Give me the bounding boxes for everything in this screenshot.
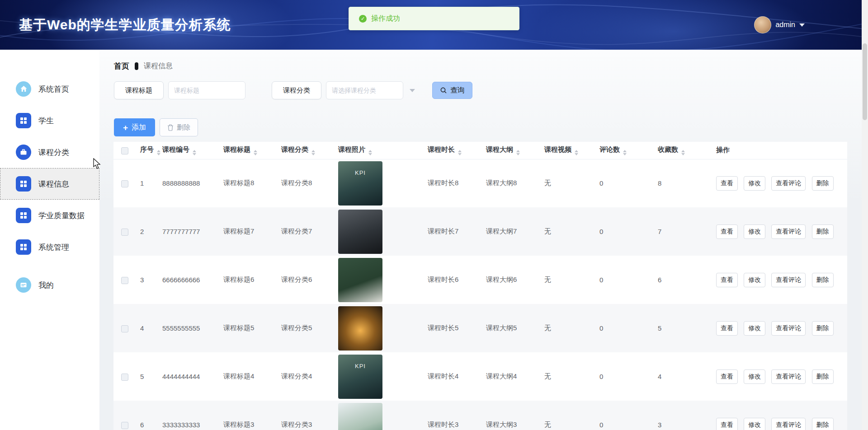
app-header: 基于Web的学生学业质量分析系统 ✓ 操作成功 admin: [0, 0, 868, 50]
course-title-input[interactable]: [168, 81, 245, 99]
view-comments-button[interactable]: 查看评论: [771, 224, 806, 239]
cell-course-duration: 课程时长3: [423, 401, 481, 430]
row-checkbox[interactable]: [121, 229, 128, 236]
view-comments-button[interactable]: 查看评论: [771, 273, 806, 287]
user-menu[interactable]: admin: [754, 16, 805, 33]
search-icon: [440, 87, 447, 94]
column-header-code[interactable]: 课程编号: [158, 142, 219, 159]
view-comments-button[interactable]: 查看评论: [771, 418, 806, 430]
delete-button[interactable]: 删除: [812, 176, 834, 191]
column-header-photo[interactable]: 课程照片: [334, 142, 423, 159]
chevron-down-icon: [799, 23, 805, 27]
grid-icon: [16, 208, 31, 223]
cell-course-video: 无: [540, 207, 595, 256]
column-header-outline[interactable]: 课程大纲: [481, 142, 540, 159]
sidebar-item-system-admin[interactable]: 系统管理: [0, 231, 99, 263]
course-category-label-button[interactable]: 课程分类: [272, 81, 321, 99]
row-checkbox[interactable]: [121, 180, 128, 187]
avatar[interactable]: [754, 16, 771, 33]
delete-button[interactable]: 删除: [812, 369, 834, 384]
sort-icon[interactable]: [311, 150, 315, 155]
cell-course-video: 无: [540, 352, 595, 401]
screen: 基于Web的学生学业质量分析系统 ✓ 操作成功 admin 系统首页: [0, 0, 868, 430]
sort-icon[interactable]: [458, 150, 462, 155]
view-button[interactable]: 查看: [716, 369, 738, 384]
sidebar-item-students[interactable]: 学生: [0, 105, 99, 136]
row-checkbox[interactable]: [121, 374, 128, 381]
trash-icon: [167, 124, 174, 131]
sidebar-item-quality-data[interactable]: 学业质量数据: [0, 200, 99, 231]
success-check-icon: ✓: [359, 15, 367, 23]
plus-icon: +: [123, 123, 128, 132]
view-button[interactable]: 查看: [716, 224, 738, 239]
sort-icon[interactable]: [193, 150, 196, 155]
query-button[interactable]: 查询: [432, 82, 472, 99]
scrollbar-track[interactable]: [862, 0, 868, 430]
edit-button[interactable]: 修改: [744, 418, 765, 430]
column-header-video[interactable]: 课程视频: [540, 142, 595, 159]
cell-comment-count: 0: [595, 256, 653, 304]
sidebar-item-home[interactable]: 系统首页: [0, 73, 99, 105]
scrollbar-thumb[interactable]: [863, 43, 867, 120]
grid-icon: [16, 113, 31, 128]
sort-icon[interactable]: [681, 150, 685, 155]
edit-button[interactable]: 修改: [744, 176, 765, 191]
sidebar-item-course-info[interactable]: 课程信息: [0, 168, 99, 200]
view-button[interactable]: 查看: [716, 176, 738, 191]
edit-button[interactable]: 修改: [744, 273, 765, 287]
row-checkbox[interactable]: [121, 422, 128, 429]
sort-icon[interactable]: [254, 150, 257, 155]
course-title-label-button[interactable]: 课程标题: [114, 81, 164, 99]
edit-button[interactable]: 修改: [744, 224, 765, 239]
cell-course-title: 课程标题7: [219, 207, 277, 256]
column-header-index[interactable]: 序号: [136, 142, 158, 159]
add-button[interactable]: + 添加: [114, 118, 155, 136]
column-header-category[interactable]: 课程分类: [277, 142, 334, 159]
breadcrumb: 首页 课程信息: [99, 50, 868, 73]
cell-favorite-count: 8: [653, 159, 712, 207]
view-button[interactable]: 查看: [716, 321, 738, 336]
cell-course-code: 7777777777: [158, 207, 219, 256]
view-button[interactable]: 查看: [716, 418, 738, 430]
sort-icon[interactable]: [516, 150, 520, 155]
batch-delete-button[interactable]: 删除: [160, 118, 198, 136]
cell-comment-count: 0: [595, 352, 653, 401]
cell-course-category: 课程分类6: [277, 256, 334, 304]
cell-course-video: 无: [540, 304, 595, 352]
toast-message: 操作成功: [371, 14, 400, 23]
column-header-favorites[interactable]: 收藏数: [653, 142, 712, 159]
row-checkbox[interactable]: [121, 277, 128, 284]
laptop-desk-photo: [338, 210, 382, 254]
cell-favorite-count: 5: [653, 304, 712, 352]
table-row: 1 8888888888 课程标题8 课程分类8 KPI 课程时长8 课程大纲8…: [113, 159, 847, 207]
view-comments-button[interactable]: 查看评论: [771, 321, 806, 336]
cell-index: 1: [136, 159, 158, 207]
column-header-duration[interactable]: 课程时长: [423, 142, 481, 159]
cell-course-duration: 课程时长8: [423, 159, 481, 207]
bright-classroom-photo: [338, 403, 382, 430]
sort-icon[interactable]: [623, 150, 627, 155]
row-checkbox[interactable]: [121, 325, 128, 332]
edit-button[interactable]: 修改: [744, 369, 765, 384]
delete-button[interactable]: 删除: [812, 418, 834, 430]
grid-icon: [16, 239, 31, 255]
delete-button[interactable]: 删除: [812, 273, 834, 287]
sidebar-item-course-category[interactable]: 课程分类: [0, 136, 99, 168]
sort-icon[interactable]: [575, 150, 578, 155]
cell-course-category: 课程分类3: [277, 401, 334, 430]
course-category-select[interactable]: [326, 81, 403, 99]
edit-button[interactable]: 修改: [744, 321, 765, 336]
sort-icon[interactable]: [157, 150, 160, 155]
delete-button[interactable]: 删除: [812, 321, 834, 336]
sort-icon[interactable]: [368, 150, 372, 155]
view-comments-button[interactable]: 查看评论: [771, 176, 806, 191]
select-caret-icon[interactable]: [410, 89, 415, 92]
sidebar-item-mine[interactable]: 我的: [0, 269, 99, 301]
select-all-checkbox[interactable]: [121, 147, 128, 154]
view-comments-button[interactable]: 查看评论: [771, 369, 806, 384]
column-header-title[interactable]: 课程标题: [219, 142, 277, 159]
breadcrumb-home[interactable]: 首页: [114, 61, 129, 71]
view-button[interactable]: 查看: [716, 273, 738, 287]
column-header-comments[interactable]: 评论数: [595, 142, 653, 159]
delete-button[interactable]: 删除: [812, 224, 834, 239]
